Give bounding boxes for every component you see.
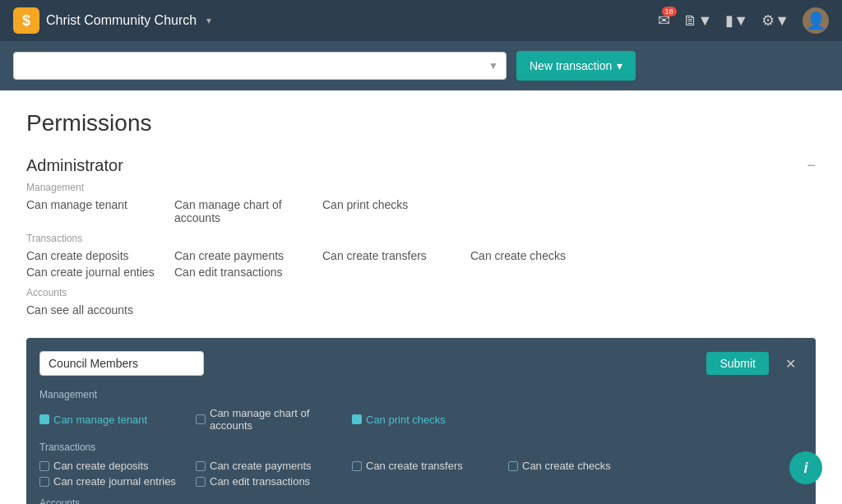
create-checks-checkbox[interactable] [508, 461, 518, 471]
create-journal-checkbox[interactable] [39, 477, 49, 487]
edit-management-label: Management [39, 389, 803, 400]
avatar[interactable]: 👤 [803, 7, 829, 34]
administrator-collapse-button[interactable]: − [807, 157, 816, 174]
perm-manage-chart: Can manage chart of accounts [174, 197, 322, 226]
edit-perm-manage-tenant[interactable]: Can manage tenant [39, 405, 196, 433]
edit-perm-create-payments[interactable]: Can create payments [196, 458, 352, 474]
org-logo[interactable]: $ Christ Community Church ▾ [13, 7, 211, 34]
edit-perm-create-deposits[interactable]: Can create deposits [39, 458, 196, 474]
user-avatar: 👤 [803, 7, 829, 34]
edit-form: Submit ✕ Management Can manage tenant Ca… [26, 338, 816, 504]
submit-button[interactable]: Submit [706, 352, 769, 375]
edit-form-header: Submit ✕ [39, 351, 803, 376]
administrator-group: Administrator − Management Can manage te… [26, 156, 816, 318]
admin-accounts-label: Accounts [26, 287, 816, 298]
perm-create-checks: Can create checks [470, 247, 618, 264]
top-nav: $ Christ Community Church ▾ ✉ 18 🗎▼ ▮▼ ⚙… [0, 0, 842, 41]
administrator-header: Administrator − [26, 156, 816, 175]
logo-icon: $ [13, 7, 39, 34]
edit-perm-manage-chart[interactable]: Can manage chart of accounts [196, 405, 352, 433]
administrator-name: Administrator [26, 156, 123, 175]
perm-manage-tenant: Can manage tenant [26, 197, 174, 226]
close-edit-button[interactable]: ✕ [779, 353, 803, 375]
admin-transactions-row2: Can create journal enties Can edit trans… [26, 264, 816, 280]
perm-print-checks: Can print checks [322, 197, 470, 226]
edit-perm-create-checks[interactable]: Can create checks [508, 458, 664, 474]
main-content: Permissions Administrator − Management C… [0, 90, 842, 504]
print-checks-checkbox[interactable] [352, 414, 362, 424]
edit-accounts-label: Accounts [39, 497, 803, 504]
edit-transactions-checkbox[interactable] [196, 477, 206, 487]
manage-chart-checkbox[interactable] [196, 414, 206, 424]
perm-see-all-accounts: Can see all accounts [26, 302, 174, 318]
page-title: Permissions [26, 110, 816, 136]
search-input[interactable] [13, 52, 507, 80]
edit-transactions-row1: Can create deposits Can create payments … [39, 458, 803, 474]
settings-icon[interactable]: ⚙▼ [761, 12, 789, 30]
create-transfers-checkbox[interactable] [352, 461, 362, 471]
admin-transactions-row1: Can create deposits Can create payments … [26, 247, 816, 264]
perm-edit-transactions: Can edit transactions [174, 264, 322, 280]
edit-perm-print-checks[interactable]: Can print checks [352, 405, 508, 433]
perm-create-deposits: Can create deposits [26, 247, 174, 264]
group-name-input[interactable] [39, 351, 204, 376]
new-transaction-button[interactable]: New transaction ▾ [516, 51, 636, 81]
perm-create-transfers: Can create transfers [322, 247, 470, 264]
manage-tenant-checkbox[interactable] [39, 414, 49, 424]
perm-create-payments: Can create payments [174, 247, 322, 264]
org-chevron-icon[interactable]: ▾ [206, 15, 211, 26]
create-deposits-checkbox[interactable] [39, 461, 49, 471]
create-payments-checkbox[interactable] [196, 461, 206, 471]
perm-create-journal: Can create journal enties [26, 264, 174, 280]
tablets-icon[interactable]: ▮▼ [725, 12, 748, 30]
admin-management-label: Management [26, 182, 816, 193]
search-bar: ▼ New transaction ▾ [0, 41, 842, 90]
edit-transactions-row2: Can create journal entries Can edit tran… [39, 474, 803, 489]
edit-transactions-label: Transactions [39, 442, 803, 453]
edit-perm-create-transfers[interactable]: Can create transfers [352, 458, 508, 474]
admin-accounts-row: Can see all accounts [26, 302, 816, 318]
search-wrap: ▼ [13, 52, 507, 80]
admin-transactions-label: Transactions [26, 233, 816, 244]
edit-perm-edit-transactions[interactable]: Can edit transactions [196, 474, 352, 489]
edit-management-row: Can manage tenant Can manage chart of ac… [39, 405, 803, 433]
admin-management-row: Can manage tenant Can manage chart of ac… [26, 197, 816, 226]
notification-badge: 18 [662, 7, 677, 16]
notifications-icon[interactable]: ✉ 18 [658, 12, 670, 30]
nav-right: ✉ 18 🗎▼ ▮▼ ⚙▼ 👤 [658, 7, 829, 34]
org-name: Christ Community Church [46, 13, 197, 28]
edit-perm-create-journal[interactable]: Can create journal entries [39, 474, 196, 489]
documents-icon[interactable]: 🗎▼ [683, 12, 713, 30]
info-button[interactable]: i [789, 451, 822, 484]
